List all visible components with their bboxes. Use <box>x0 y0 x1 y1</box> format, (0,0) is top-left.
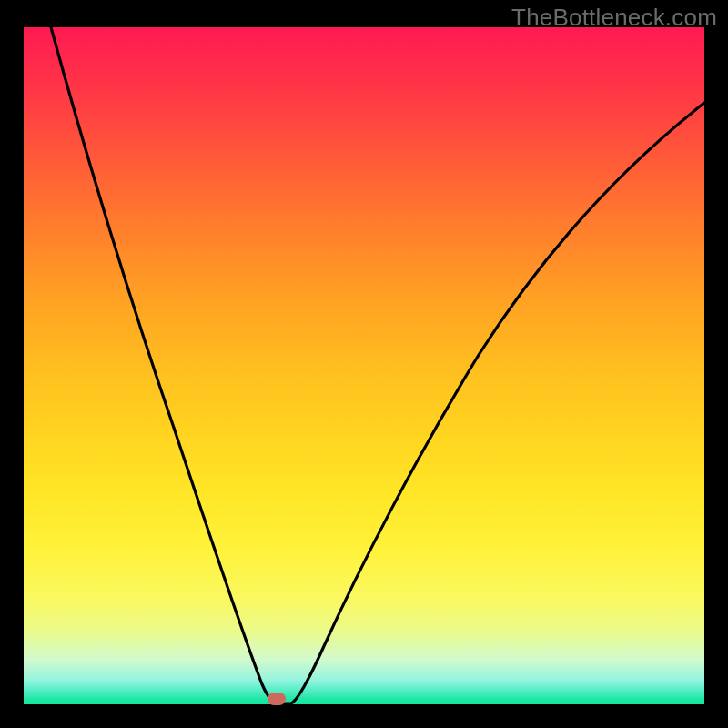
marker-dot <box>268 693 286 705</box>
chart-frame: TheBottleneck.com <box>0 0 728 728</box>
plot-area <box>24 27 704 704</box>
curve-path <box>51 27 704 703</box>
bottleneck-curve <box>24 27 704 704</box>
